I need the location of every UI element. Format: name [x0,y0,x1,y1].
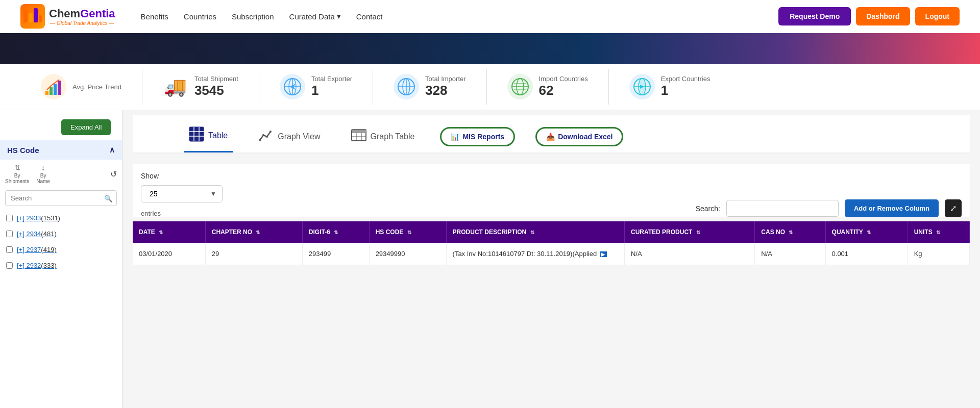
cell-product-desc: (Tax Inv No:1014610797 Dt: 30.11.2019)(A… [446,243,624,265]
avg-price-label: Avg. Price Trend [72,83,121,91]
hs-checkbox-2932[interactable] [6,262,13,269]
chevron-down-icon: ▾ [337,12,341,21]
stat-total-shipment[interactable]: 🚚 Total Shipment 3545 [142,69,259,105]
sort-chapter-icon: ⇅ [256,230,260,235]
svg-rect-24 [189,127,204,141]
shipment-text: Total Shipment 3545 [194,75,238,98]
sort-hscode-icon: ⇅ [407,230,411,235]
reset-sort-button[interactable]: ↺ [110,169,117,179]
col-quantity[interactable]: QUANTITY ⇅ [825,221,908,243]
cell-hs-code: 29349990 [369,243,446,265]
export-countries-icon [629,74,655,99]
sort-by-name-button[interactable]: ↕ ByName [36,164,50,184]
export-countries-label: Export Countries [661,75,710,83]
request-demo-button[interactable]: Request Demo [778,7,851,26]
list-item[interactable]: [+] 2933(1531) [0,210,122,226]
sort-name-label: ByName [36,173,50,184]
expand-all-button[interactable]: Expand All [61,119,111,135]
cell-cas-no: N/A [755,243,825,265]
main-container: Expand All HS Code ∧ ⇅ ByShipments ↕ ByN… [0,110,980,408]
sort-digit6-icon: ⇅ [334,230,338,235]
import-countries-label: Import Countries [539,75,588,83]
tab-mis-reports[interactable]: 📊 MIS Reports [440,127,515,146]
sort-date-icon: ⇅ [159,230,163,235]
col-units[interactable]: UNITS ⇅ [908,221,969,243]
exporter-label: Total Exporter [311,75,352,83]
svg-rect-0 [23,10,28,22]
importer-text: Total Importer 328 [425,75,465,98]
logo: ChemGentia — Global Trade Analytics — [20,4,115,29]
col-digit6[interactable]: DIGIT-6 ⇅ [302,221,369,243]
svg-point-32 [270,131,272,133]
svg-rect-6 [54,84,57,95]
tab-table[interactable]: Table [184,120,233,152]
col-date[interactable]: DATE ⇅ [133,221,205,243]
content-area: Table Graph View [122,110,980,408]
hs-checkbox-2934[interactable] [6,231,13,237]
list-item[interactable]: [+] 2932(333) [0,258,122,273]
import-countries-text: Import Countries 62 [539,75,588,98]
add-remove-column-button[interactable]: Add or Remove Column [845,199,939,217]
nav-benefits[interactable]: Benefits [141,12,168,21]
avg-price-icon [41,74,66,99]
show-label: Show [141,172,159,180]
hs-item-2933[interactable]: [+] 2933(1531) [17,214,60,222]
expand-desc-button[interactable]: ▶ [600,251,607,257]
exporter-text: Total Exporter 1 [311,75,352,98]
hs-item-2934[interactable]: [+] 2934(481) [17,230,57,238]
table-icon [189,126,204,145]
nav-contact[interactable]: Contact [356,12,383,21]
sort-quantity-icon: ⇅ [867,230,871,235]
list-item[interactable]: [+] 2934(481) [0,226,122,242]
sort-units-icon: ⇅ [936,230,940,235]
hs-checkbox-2933[interactable] [6,215,13,221]
col-cas-no[interactable]: CAS NO ⇅ [755,221,825,243]
sort-shipments-label: ByShipments [5,173,29,184]
svg-rect-5 [50,87,53,95]
col-curated-product[interactable]: CURATED PRODUCT ⇅ [624,221,754,243]
hs-code-collapse-icon[interactable]: ∧ [109,145,115,155]
hs-item-2937[interactable]: [+] 2937(419) [17,246,57,253]
tab-table-label: Table [208,131,228,140]
hs-search-input[interactable] [5,190,117,206]
hs-item-2932[interactable]: [+] 2932(333) [17,262,57,269]
col-product-desc[interactable]: PRODUCT DESCRIPTION ⇅ [446,221,624,243]
search-label: Search: [696,205,720,213]
search-container: 🔍 [5,190,117,206]
show-select[interactable]: 10 25 50 100 [141,185,223,202]
col-hs-code[interactable]: HS CODE ⇅ [369,221,446,243]
show-entries-area: Show 10 25 50 100 entries [141,172,223,217]
col-chapter-no[interactable]: CHAPTER NO ⇅ [205,221,302,243]
stat-avg-price[interactable]: Avg. Price Trend [20,69,142,105]
table-search-input[interactable] [726,200,839,217]
sort-controls: ⇅ ByShipments ↕ ByName ↺ [0,160,122,188]
nav-buttons: Request Demo Dashbord Logout [778,7,960,26]
nav-countries[interactable]: Countries [184,12,216,21]
svg-point-31 [266,136,268,138]
right-controls: Search: Add or Remove Column ⤢ [696,199,962,217]
show-select-wrap: 10 25 50 100 [141,185,223,202]
fullscreen-button[interactable]: ⤢ [945,199,962,217]
cell-date: 03/01/2020 [133,243,205,265]
graph-view-icon [258,128,274,146]
list-item[interactable]: [+] 2937(419) [0,242,122,258]
import-countries-value: 62 [539,83,588,98]
nav-curated-data[interactable]: Curated Data ▾ [289,12,341,21]
sort-by-shipments-button[interactable]: ⇅ ByShipments [5,164,29,184]
avg-price-text: Avg. Price Trend [72,83,121,91]
hs-checkbox-2937[interactable] [6,246,13,253]
search-icon-button[interactable]: 🔍 [104,194,113,202]
tab-mis-label: MIS Reports [462,133,504,141]
importer-value: 328 [425,83,465,98]
stat-total-importer[interactable]: Total Importer 328 [373,69,486,105]
hs-code-list: [+] 2933(1531) [+] 2934(481) [+] 2937(41… [0,210,122,273]
tab-download-excel[interactable]: 📥 Download Excel [535,127,623,146]
dashboard-button[interactable]: Dashbord [856,7,910,26]
stat-export-countries[interactable]: Export Countries 1 [609,69,731,105]
stat-import-countries[interactable]: Import Countries 62 [487,69,609,105]
stat-total-exporter[interactable]: Total Exporter 1 [259,69,373,105]
nav-subscription[interactable]: Subscription [232,12,274,21]
tab-graph-table[interactable]: Graph Table [346,121,420,152]
tab-graph-view[interactable]: Graph View [253,121,325,152]
logout-button[interactable]: Logout [915,7,960,26]
